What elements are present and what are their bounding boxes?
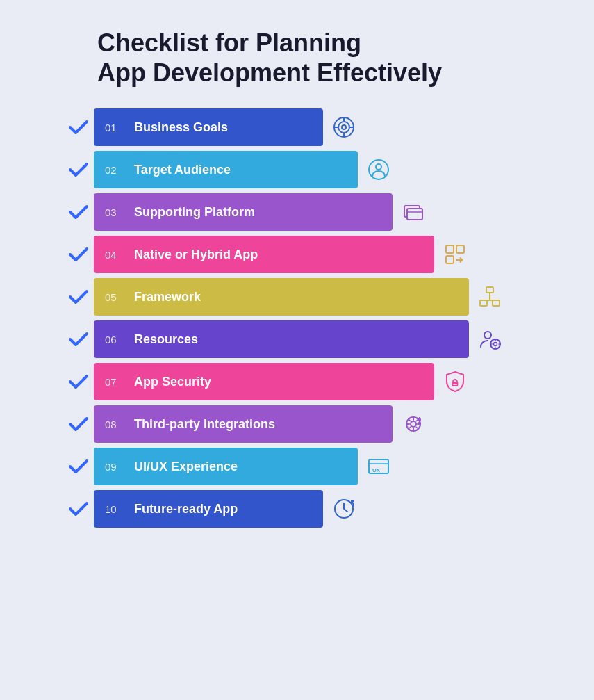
check-icon	[63, 501, 94, 516]
item-icon	[440, 366, 470, 397]
item-icon	[398, 197, 429, 227]
svg-rect-14	[446, 256, 454, 263]
item-label: Business Goals	[134, 120, 228, 135]
list-item: 06Resources	[63, 320, 573, 358]
list-item: 04Native or Hybrid App	[63, 236, 573, 273]
check-icon	[63, 332, 94, 347]
svg-point-1	[338, 122, 349, 133]
item-label: Native or Hybrid App	[134, 247, 258, 262]
item-label: Target Audience	[134, 163, 231, 177]
svg-text:UX: UX	[372, 467, 381, 473]
item-bar: 03Supporting Platform	[94, 193, 393, 231]
checklist: 01Business Goals 02Target Audience 03Sup…	[63, 108, 573, 528]
svg-point-2	[342, 125, 346, 129]
item-bar: 04Native or Hybrid App	[94, 236, 434, 273]
item-number: 04	[105, 249, 122, 261]
item-label: Supporting Platform	[134, 205, 255, 220]
svg-point-8	[376, 164, 381, 170]
item-number: 02	[105, 164, 122, 176]
item-bar: 06Resources	[94, 320, 469, 358]
check-icon	[63, 162, 94, 177]
item-icon	[363, 154, 394, 185]
check-icon	[63, 416, 94, 432]
svg-rect-13	[456, 245, 464, 253]
check-icon	[63, 459, 94, 474]
list-item: 05Framework	[63, 278, 573, 316]
item-icon	[329, 112, 359, 143]
svg-point-20	[484, 332, 491, 339]
svg-rect-15	[486, 287, 493, 293]
item-number: 01	[105, 122, 122, 133]
list-item: 08Third-party Integrations	[63, 405, 573, 443]
check-icon	[63, 374, 94, 389]
list-item: 09UI/UX Experience UX	[63, 448, 573, 485]
item-icon: UX	[363, 451, 394, 482]
list-item: 01Business Goals	[63, 108, 573, 146]
svg-point-27	[453, 380, 457, 384]
svg-rect-12	[446, 245, 454, 253]
item-label: Framework	[134, 290, 201, 304]
item-bar: 07App Security	[94, 363, 434, 400]
svg-rect-17	[493, 300, 500, 306]
svg-rect-10	[407, 209, 422, 220]
item-number: 05	[105, 291, 122, 303]
item-icon	[475, 282, 505, 312]
check-icon	[63, 204, 94, 220]
item-number: 10	[105, 503, 122, 515]
item-label: Resources	[134, 332, 198, 347]
item-icon	[440, 239, 470, 270]
check-icon	[63, 289, 94, 304]
item-number: 09	[105, 461, 122, 473]
item-icon	[475, 324, 505, 355]
item-label: App Security	[134, 375, 211, 389]
item-bar: 08Third-party Integrations	[94, 405, 393, 443]
check-icon	[63, 247, 94, 262]
item-bar: 02Target Audience	[94, 151, 358, 188]
item-number: 08	[105, 418, 122, 430]
item-number: 03	[105, 206, 122, 218]
page-title: Checklist for Planning App Development E…	[97, 28, 573, 88]
item-label: Future-ready App	[134, 502, 238, 516]
list-item: 03Supporting Platform	[63, 193, 573, 231]
svg-point-22	[494, 343, 497, 346]
item-number: 06	[105, 334, 122, 345]
item-label: UI/UX Experience	[134, 459, 238, 474]
check-icon	[63, 120, 94, 135]
list-item: 07App Security	[63, 363, 573, 400]
svg-point-30	[411, 421, 416, 427]
item-bar: 01Business Goals	[94, 108, 323, 146]
item-label: Third-party Integrations	[134, 417, 275, 432]
item-bar: 05Framework	[94, 278, 469, 316]
main-container: Checklist for Planning App Development E…	[0, 0, 594, 700]
svg-rect-16	[480, 300, 487, 306]
item-number: 07	[105, 376, 122, 388]
item-icon	[329, 494, 359, 524]
item-icon	[398, 409, 429, 439]
item-bar: 10Future-ready App	[94, 490, 323, 528]
item-bar: 09UI/UX Experience UX	[94, 448, 358, 485]
list-item: 02Target Audience	[63, 151, 573, 188]
list-item: 10Future-ready App	[63, 490, 573, 528]
